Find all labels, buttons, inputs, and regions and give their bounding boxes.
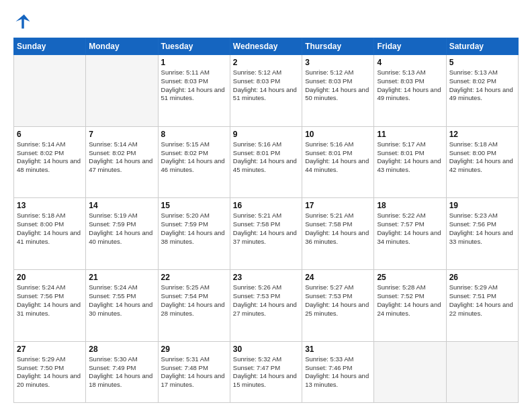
day-cell: 7Sunrise: 5:14 AM Sunset: 8:02 PM Daylig…	[86, 126, 158, 198]
day-number: 27	[17, 345, 83, 354]
day-info: Sunrise: 5:21 AM Sunset: 7:58 PM Dayligh…	[305, 212, 371, 246]
day-number: 3	[305, 58, 371, 67]
weekday-header-monday: Monday	[86, 38, 158, 55]
day-info: Sunrise: 5:23 AM Sunset: 7:56 PM Dayligh…	[449, 212, 515, 246]
day-cell: 16Sunrise: 5:21 AM Sunset: 7:58 PM Dayli…	[230, 198, 302, 270]
day-number: 6	[17, 130, 83, 139]
day-number: 1	[161, 58, 227, 67]
day-info: Sunrise: 5:18 AM Sunset: 8:00 PM Dayligh…	[449, 140, 515, 175]
day-number: 21	[89, 273, 154, 282]
day-cell: 27Sunrise: 5:29 AM Sunset: 7:50 PM Dayli…	[14, 341, 86, 402]
day-number: 15	[161, 201, 227, 210]
day-info: Sunrise: 5:31 AM Sunset: 7:48 PM Dayligh…	[161, 355, 227, 390]
week-row-2: 6Sunrise: 5:14 AM Sunset: 8:02 PM Daylig…	[14, 126, 519, 198]
day-cell: 1Sunrise: 5:11 AM Sunset: 8:03 PM Daylig…	[158, 55, 230, 127]
day-cell: 19Sunrise: 5:23 AM Sunset: 7:56 PM Dayli…	[446, 198, 518, 270]
day-cell: 17Sunrise: 5:21 AM Sunset: 7:58 PM Dayli…	[302, 198, 374, 270]
day-info: Sunrise: 5:20 AM Sunset: 7:59 PM Dayligh…	[161, 212, 227, 246]
day-info: Sunrise: 5:21 AM Sunset: 7:58 PM Dayligh…	[233, 212, 299, 246]
weekday-header-wednesday: Wednesday	[230, 38, 302, 55]
day-info: Sunrise: 5:24 AM Sunset: 7:55 PM Dayligh…	[89, 283, 154, 318]
day-number: 10	[305, 130, 371, 139]
day-cell: 25Sunrise: 5:28 AM Sunset: 7:52 PM Dayli…	[374, 270, 446, 342]
day-cell: 3Sunrise: 5:12 AM Sunset: 8:03 PM Daylig…	[302, 55, 374, 127]
day-info: Sunrise: 5:28 AM Sunset: 7:52 PM Dayligh…	[377, 283, 443, 318]
day-cell: 31Sunrise: 5:33 AM Sunset: 7:46 PM Dayli…	[302, 341, 374, 402]
day-info: Sunrise: 5:18 AM Sunset: 8:00 PM Dayligh…	[17, 212, 83, 246]
day-cell: 6Sunrise: 5:14 AM Sunset: 8:02 PM Daylig…	[14, 126, 86, 198]
day-cell	[86, 55, 158, 127]
day-cell	[374, 341, 446, 402]
day-info: Sunrise: 5:12 AM Sunset: 8:03 PM Dayligh…	[305, 68, 371, 103]
day-info: Sunrise: 5:13 AM Sunset: 8:02 PM Dayligh…	[449, 68, 515, 103]
calendar-table: SundayMondayTuesdayWednesdayThursdayFrid…	[13, 38, 519, 403]
day-info: Sunrise: 5:13 AM Sunset: 8:03 PM Dayligh…	[377, 68, 443, 103]
weekday-header-thursday: Thursday	[302, 38, 374, 55]
day-number: 22	[161, 273, 227, 282]
page: SundayMondayTuesdayWednesdayThursdayFrid…	[0, 0, 532, 411]
day-info: Sunrise: 5:25 AM Sunset: 7:54 PM Dayligh…	[161, 283, 227, 318]
day-info: Sunrise: 5:32 AM Sunset: 7:47 PM Dayligh…	[233, 355, 299, 390]
day-cell: 30Sunrise: 5:32 AM Sunset: 7:47 PM Dayli…	[230, 341, 302, 402]
day-number: 23	[233, 273, 299, 282]
svg-marker-0	[16, 15, 30, 29]
day-number: 31	[305, 345, 371, 354]
day-info: Sunrise: 5:16 AM Sunset: 8:01 PM Dayligh…	[233, 140, 299, 175]
day-info: Sunrise: 5:14 AM Sunset: 8:02 PM Dayligh…	[17, 140, 83, 175]
weekday-header-row: SundayMondayTuesdayWednesdayThursdayFrid…	[14, 38, 519, 55]
day-cell: 28Sunrise: 5:30 AM Sunset: 7:49 PM Dayli…	[86, 341, 158, 402]
day-cell: 20Sunrise: 5:24 AM Sunset: 7:56 PM Dayli…	[14, 270, 86, 342]
weekday-header-friday: Friday	[374, 38, 446, 55]
day-number: 17	[305, 201, 371, 210]
day-number: 29	[161, 345, 227, 354]
day-number: 11	[377, 130, 443, 139]
weekday-header-tuesday: Tuesday	[158, 38, 230, 55]
day-info: Sunrise: 5:12 AM Sunset: 8:03 PM Dayligh…	[233, 68, 299, 103]
day-cell: 5Sunrise: 5:13 AM Sunset: 8:02 PM Daylig…	[446, 55, 518, 127]
day-cell: 2Sunrise: 5:12 AM Sunset: 8:03 PM Daylig…	[230, 55, 302, 127]
day-number: 19	[449, 201, 515, 210]
day-cell	[446, 341, 518, 402]
day-info: Sunrise: 5:22 AM Sunset: 7:57 PM Dayligh…	[377, 212, 443, 246]
day-info: Sunrise: 5:33 AM Sunset: 7:46 PM Dayligh…	[305, 355, 371, 390]
day-info: Sunrise: 5:29 AM Sunset: 7:50 PM Dayligh…	[17, 355, 83, 390]
day-info: Sunrise: 5:30 AM Sunset: 7:49 PM Dayligh…	[89, 355, 154, 390]
day-number: 18	[377, 201, 443, 210]
day-info: Sunrise: 5:27 AM Sunset: 7:53 PM Dayligh…	[305, 283, 371, 318]
day-cell	[14, 55, 86, 127]
day-number: 2	[233, 58, 299, 67]
day-number: 16	[233, 201, 299, 210]
day-number: 26	[449, 273, 515, 282]
day-cell: 23Sunrise: 5:26 AM Sunset: 7:53 PM Dayli…	[230, 270, 302, 342]
day-cell: 10Sunrise: 5:16 AM Sunset: 8:01 PM Dayli…	[302, 126, 374, 198]
day-info: Sunrise: 5:26 AM Sunset: 7:53 PM Dayligh…	[233, 283, 299, 318]
day-number: 8	[161, 130, 227, 139]
day-cell: 22Sunrise: 5:25 AM Sunset: 7:54 PM Dayli…	[158, 270, 230, 342]
day-number: 14	[89, 201, 154, 210]
day-number: 12	[449, 130, 515, 139]
day-cell: 15Sunrise: 5:20 AM Sunset: 7:59 PM Dayli…	[158, 198, 230, 270]
day-cell: 8Sunrise: 5:15 AM Sunset: 8:02 PM Daylig…	[158, 126, 230, 198]
logo-icon	[13, 12, 32, 31]
day-number: 9	[233, 130, 299, 139]
week-row-4: 20Sunrise: 5:24 AM Sunset: 7:56 PM Dayli…	[14, 270, 519, 342]
day-info: Sunrise: 5:16 AM Sunset: 8:01 PM Dayligh…	[305, 140, 371, 175]
day-cell: 4Sunrise: 5:13 AM Sunset: 8:03 PM Daylig…	[374, 55, 446, 127]
weekday-header-sunday: Sunday	[14, 38, 86, 55]
day-info: Sunrise: 5:17 AM Sunset: 8:01 PM Dayligh…	[377, 140, 443, 175]
day-cell: 12Sunrise: 5:18 AM Sunset: 8:00 PM Dayli…	[446, 126, 518, 198]
day-number: 24	[305, 273, 371, 282]
day-info: Sunrise: 5:11 AM Sunset: 8:03 PM Dayligh…	[161, 68, 227, 103]
logo	[13, 12, 35, 31]
day-cell: 21Sunrise: 5:24 AM Sunset: 7:55 PM Dayli…	[86, 270, 158, 342]
day-number: 20	[17, 273, 83, 282]
day-cell: 24Sunrise: 5:27 AM Sunset: 7:53 PM Dayli…	[302, 270, 374, 342]
day-cell: 18Sunrise: 5:22 AM Sunset: 7:57 PM Dayli…	[374, 198, 446, 270]
day-info: Sunrise: 5:24 AM Sunset: 7:56 PM Dayligh…	[17, 283, 83, 318]
day-number: 30	[233, 345, 299, 354]
day-cell: 26Sunrise: 5:29 AM Sunset: 7:51 PM Dayli…	[446, 270, 518, 342]
weekday-header-saturday: Saturday	[446, 38, 518, 55]
day-info: Sunrise: 5:19 AM Sunset: 7:59 PM Dayligh…	[89, 212, 154, 246]
header	[13, 12, 519, 31]
week-row-5: 27Sunrise: 5:29 AM Sunset: 7:50 PM Dayli…	[14, 341, 519, 402]
